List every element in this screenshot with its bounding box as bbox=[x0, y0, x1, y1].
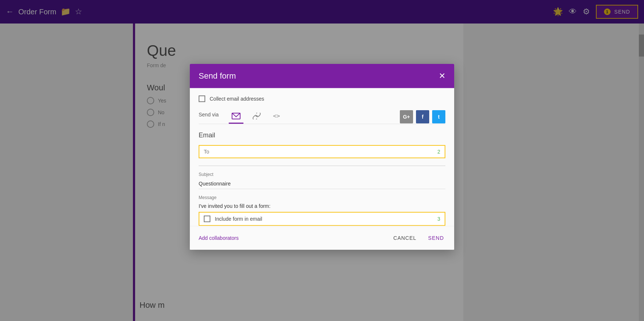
email-section-title: Email bbox=[199, 131, 445, 139]
send-via-row: Send via <> bbox=[199, 109, 445, 124]
dialog-close-button[interactable]: ✕ bbox=[439, 72, 445, 80]
to-underline bbox=[199, 166, 445, 166]
add-collaborators-link[interactable]: Add collaborators bbox=[199, 235, 239, 241]
facebook-icon[interactable]: f bbox=[416, 110, 429, 123]
include-form-label: Include form in email bbox=[215, 216, 262, 222]
message-value[interactable]: I've invited you to fill out a form: bbox=[199, 202, 445, 212]
to-field-wrapper[interactable]: 2 bbox=[199, 145, 445, 158]
cancel-button[interactable]: CANCEL bbox=[392, 232, 418, 244]
send-via-label: Send via bbox=[199, 111, 218, 122]
tab-embed[interactable]: <> bbox=[267, 109, 286, 124]
social-icons: G+ f t bbox=[400, 110, 445, 123]
twitter-icon[interactable]: t bbox=[432, 110, 445, 123]
email-section: Email 2 Subject Questionnaire Message I'… bbox=[199, 124, 445, 226]
tab-link[interactable] bbox=[246, 109, 267, 123]
include-form-left: Include form in email bbox=[204, 216, 262, 222]
include-form-wrapper[interactable]: Include form in email 3 bbox=[199, 212, 445, 226]
to-input[interactable] bbox=[204, 149, 417, 155]
send-form-dialog: Send form ✕ Collect email addresses Send… bbox=[190, 64, 454, 250]
send-via-tabs: <> bbox=[226, 109, 400, 124]
subject-label: Subject bbox=[199, 172, 445, 177]
subject-underline bbox=[199, 189, 445, 189]
send-button-footer[interactable]: SEND bbox=[427, 232, 445, 244]
tab-email[interactable] bbox=[226, 109, 246, 123]
collect-email-row: Collect email addresses bbox=[199, 95, 445, 102]
to-badge: 2 bbox=[437, 149, 440, 155]
google-plus-icon[interactable]: G+ bbox=[400, 110, 413, 123]
dialog-title: Send form bbox=[199, 71, 236, 81]
include-form-badge: 3 bbox=[437, 216, 440, 222]
collect-email-label: Collect email addresses bbox=[210, 96, 264, 102]
dialog-body: Collect email addresses Send via bbox=[190, 88, 454, 226]
collect-email-checkbox[interactable] bbox=[199, 95, 205, 102]
dialog-header: Send form ✕ bbox=[190, 64, 454, 88]
footer-buttons: CANCEL SEND bbox=[392, 232, 445, 244]
include-form-checkbox[interactable] bbox=[204, 216, 210, 222]
dialog-footer: Add collaborators CANCEL SEND bbox=[190, 226, 454, 250]
subject-value[interactable]: Questionnaire bbox=[199, 178, 445, 189]
message-label: Message bbox=[199, 195, 445, 200]
